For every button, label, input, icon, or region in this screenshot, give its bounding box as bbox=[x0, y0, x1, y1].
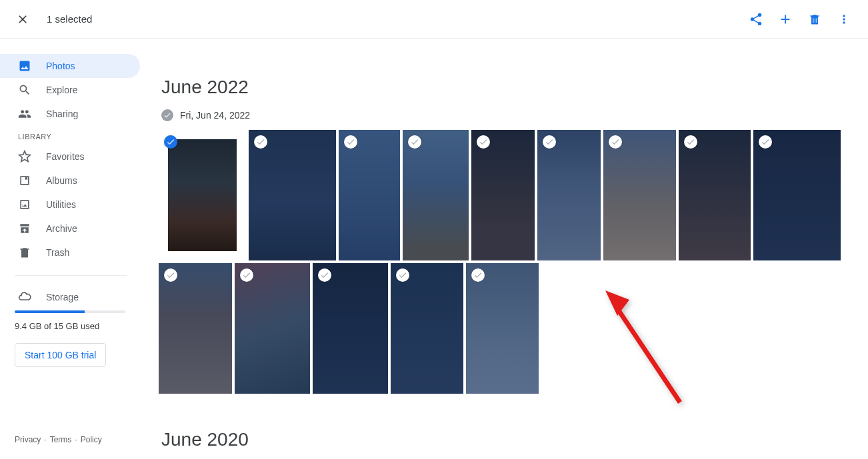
sidebar-label: Utilities bbox=[46, 199, 76, 210]
check-icon bbox=[473, 270, 483, 280]
trash-icon bbox=[18, 246, 31, 259]
photo-thumbnail[interactable] bbox=[537, 130, 601, 260]
sidebar-label: Archive bbox=[46, 223, 77, 234]
sidebar-item-storage[interactable]: Storage bbox=[0, 285, 140, 309]
people-icon bbox=[18, 107, 31, 121]
more-options-button[interactable] bbox=[836, 11, 852, 27]
close-icon bbox=[16, 13, 29, 26]
check-icon bbox=[346, 137, 355, 147]
photo-select-checkbox[interactable] bbox=[164, 268, 177, 282]
photo-thumbnail[interactable] bbox=[313, 263, 388, 394]
photo-select-checkbox[interactable] bbox=[609, 135, 622, 149]
photo-select-checkbox[interactable] bbox=[396, 268, 409, 282]
check-icon bbox=[166, 270, 175, 280]
delete-button[interactable] bbox=[807, 11, 823, 27]
sidebar-divider bbox=[15, 275, 127, 276]
sidebar-label: Trash bbox=[46, 247, 69, 258]
photo-select-checkbox[interactable] bbox=[684, 135, 697, 149]
sidebar-item-archive[interactable]: Archive bbox=[0, 217, 140, 240]
date-label: Fri, Jun 24, 2022 bbox=[180, 110, 250, 121]
footer-privacy[interactable]: Privacy bbox=[15, 435, 41, 444]
photo-grid-main: June 2022 Fri, Jun 24, 2022 June 2020 Th… bbox=[159, 39, 868, 459]
photo-thumbnail[interactable] bbox=[159, 130, 246, 260]
check-icon bbox=[611, 137, 620, 147]
photo-select-checkbox[interactable] bbox=[254, 135, 267, 149]
select-day-checkbox[interactable] bbox=[161, 109, 173, 121]
plus-icon bbox=[778, 12, 793, 27]
photo-select-checkbox[interactable] bbox=[543, 135, 556, 149]
photo-thumbnail[interactable] bbox=[235, 263, 310, 394]
sidebar-label: Photos bbox=[46, 61, 75, 71]
close-selection-button[interactable] bbox=[15, 11, 31, 27]
check-icon bbox=[545, 137, 554, 147]
photo-select-checkbox[interactable] bbox=[477, 135, 490, 149]
footer-links: Privacy·Terms·Policy bbox=[15, 435, 102, 444]
share-button[interactable] bbox=[748, 11, 764, 27]
sidebar-label: Explore bbox=[46, 85, 77, 95]
star-icon bbox=[18, 150, 31, 163]
check-icon bbox=[410, 137, 419, 147]
selection-count: 1 selected bbox=[47, 13, 92, 25]
storage-progress-bar bbox=[15, 310, 125, 313]
start-trial-button[interactable]: Start 100 GB trial bbox=[15, 343, 106, 367]
sidebar-label: Albums bbox=[46, 175, 77, 186]
check-icon bbox=[242, 270, 251, 280]
sidebar-library-header: LIBRARY bbox=[0, 133, 140, 141]
photo-grid bbox=[159, 130, 844, 394]
check-icon bbox=[479, 137, 488, 147]
photo-thumbnail[interactable] bbox=[466, 263, 539, 394]
check-icon bbox=[256, 137, 265, 147]
share-icon bbox=[749, 12, 763, 27]
check-icon bbox=[761, 137, 770, 147]
photo-select-checkbox[interactable] bbox=[344, 135, 357, 149]
photo-thumbnail[interactable] bbox=[339, 130, 400, 260]
storage-label: Storage bbox=[46, 292, 79, 302]
photo-select-checkbox[interactable] bbox=[759, 135, 772, 149]
check-icon bbox=[686, 137, 695, 147]
section-title: June 2020 bbox=[161, 429, 868, 450]
photos-icon bbox=[18, 59, 31, 73]
trash-icon bbox=[808, 13, 821, 26]
photo-select-checkbox[interactable] bbox=[471, 268, 485, 282]
sidebar-label: Sharing bbox=[46, 109, 78, 119]
photo-thumbnail[interactable] bbox=[753, 130, 841, 260]
add-to-button[interactable] bbox=[777, 11, 793, 27]
photo-thumbnail[interactable] bbox=[679, 130, 751, 260]
cloud-icon bbox=[18, 290, 31, 305]
check-icon bbox=[163, 111, 171, 119]
sidebar-item-photos[interactable]: Photos bbox=[0, 54, 140, 78]
footer-terms[interactable]: Terms bbox=[50, 435, 72, 444]
more-vert-icon bbox=[837, 13, 851, 26]
utilities-icon bbox=[18, 198, 31, 211]
sidebar-item-sharing[interactable]: Sharing bbox=[0, 102, 140, 126]
photo-thumbnail[interactable] bbox=[403, 130, 469, 260]
photo-thumbnail[interactable] bbox=[471, 130, 535, 260]
sidebar-item-favorites[interactable]: Favorites bbox=[0, 145, 140, 169]
photo-thumbnail[interactable] bbox=[249, 130, 336, 260]
storage-progress-fill bbox=[15, 310, 85, 313]
sidebar-item-albums[interactable]: Albums bbox=[0, 169, 140, 193]
storage-usage-text: 9.4 GB of 15 GB used bbox=[0, 321, 140, 331]
sidebar-item-explore[interactable]: Explore bbox=[0, 78, 140, 102]
sidebar-item-utilities[interactable]: Utilities bbox=[0, 193, 140, 217]
check-icon bbox=[166, 137, 175, 147]
sidebar-label: Favorites bbox=[46, 151, 85, 162]
check-icon bbox=[320, 270, 329, 280]
sidebar-item-trash[interactable]: Trash bbox=[0, 240, 140, 264]
sidebar: Photos Explore Sharing LIBRARY Favorites… bbox=[0, 39, 140, 459]
album-icon bbox=[18, 174, 31, 187]
section-title: June 2022 bbox=[161, 77, 868, 98]
photo-select-checkbox[interactable] bbox=[318, 268, 331, 282]
photo-select-checkbox[interactable] bbox=[240, 268, 253, 282]
photo-select-checkbox[interactable] bbox=[164, 135, 177, 149]
footer-policy[interactable]: Policy bbox=[81, 435, 102, 444]
photo-thumbnail[interactable] bbox=[391, 263, 463, 394]
photo-select-checkbox[interactable] bbox=[408, 135, 421, 149]
search-icon bbox=[18, 83, 31, 97]
check-icon bbox=[398, 270, 407, 280]
archive-icon bbox=[18, 222, 31, 235]
photo-thumbnail[interactable] bbox=[159, 263, 232, 394]
photo-thumbnail[interactable] bbox=[603, 130, 676, 260]
